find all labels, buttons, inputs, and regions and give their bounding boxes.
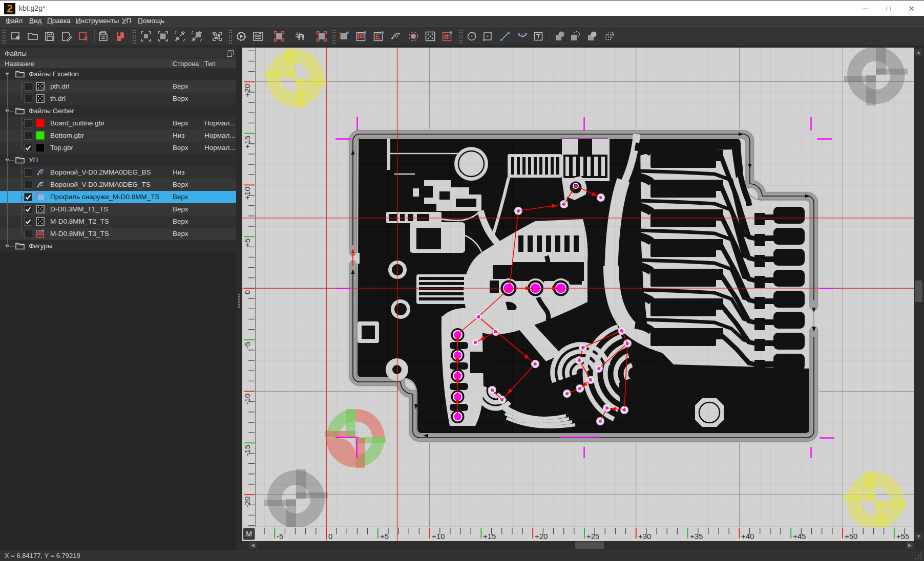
svg-text:+15: +15 — [243, 136, 251, 148]
svg-text:-15: -15 — [243, 445, 251, 456]
svg-text:+10: +10 — [432, 532, 445, 541]
svg-text:0: 0 — [243, 290, 251, 294]
svg-text:0: 0 — [328, 532, 332, 541]
svg-text:+55: +55 — [896, 532, 909, 541]
svg-text:+10: +10 — [243, 187, 251, 200]
svg-text:+45: +45 — [793, 532, 806, 541]
svg-text:-5: -5 — [243, 342, 251, 349]
svg-text:+35: +35 — [690, 532, 703, 541]
svg-text:-10: -10 — [243, 394, 251, 405]
svg-text:-20: -20 — [243, 497, 251, 508]
svg-text:+5: +5 — [380, 532, 389, 541]
svg-text:+30: +30 — [638, 532, 651, 541]
svg-text:+50: +50 — [845, 532, 857, 541]
svg-text:+40: +40 — [741, 532, 754, 541]
svg-text:+5: +5 — [243, 239, 251, 247]
svg-text:+20: +20 — [243, 84, 251, 97]
svg-text:+15: +15 — [483, 532, 496, 541]
svg-text:+25: +25 — [586, 532, 599, 541]
svg-text:M: M — [246, 530, 252, 538]
svg-text:-5: -5 — [277, 532, 283, 541]
svg-text:+20: +20 — [535, 532, 548, 541]
